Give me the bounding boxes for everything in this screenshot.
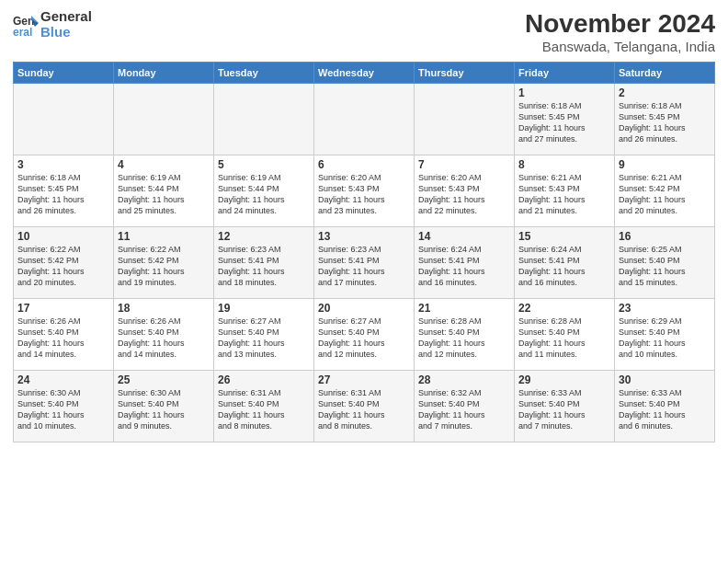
day-info: Sunrise: 6:30 AM Sunset: 5:40 PM Dayligh…	[118, 387, 210, 432]
calendar-cell	[114, 84, 214, 155]
calendar-cell: 18Sunrise: 6:26 AM Sunset: 5:40 PM Dayli…	[114, 299, 214, 371]
day-number: 20	[318, 302, 410, 315]
calendar-cell: 12Sunrise: 6:23 AM Sunset: 5:41 PM Dayli…	[214, 227, 314, 299]
day-number: 9	[619, 158, 711, 171]
calendar-cell: 1Sunrise: 6:18 AM Sunset: 5:45 PM Daylig…	[515, 84, 615, 155]
calendar-cell: 27Sunrise: 6:31 AM Sunset: 5:40 PM Dayli…	[314, 371, 415, 442]
calendar-cell: 17Sunrise: 6:26 AM Sunset: 5:40 PM Dayli…	[14, 299, 114, 371]
calendar-cell: 15Sunrise: 6:24 AM Sunset: 5:41 PM Dayli…	[515, 227, 615, 299]
day-number: 29	[518, 373, 610, 386]
day-number: 21	[418, 302, 510, 315]
header-row: Sunday Monday Tuesday Wednesday Thursday…	[14, 63, 715, 84]
day-info: Sunrise: 6:23 AM Sunset: 5:41 PM Dayligh…	[318, 244, 410, 289]
day-number: 26	[218, 373, 310, 386]
title-block: November 2024 Banswada, Telangana, India	[525, 9, 715, 54]
day-info: Sunrise: 6:20 AM Sunset: 5:43 PM Dayligh…	[418, 172, 510, 217]
calendar-cell: 13Sunrise: 6:23 AM Sunset: 5:41 PM Dayli…	[314, 227, 415, 299]
subtitle: Banswada, Telangana, India	[525, 39, 715, 54]
day-number: 25	[118, 373, 210, 386]
day-info: Sunrise: 6:25 AM Sunset: 5:40 PM Dayligh…	[619, 244, 711, 289]
calendar-cell: 3Sunrise: 6:18 AM Sunset: 5:45 PM Daylig…	[14, 155, 114, 227]
day-number: 3	[17, 158, 109, 171]
calendar-cell: 21Sunrise: 6:28 AM Sunset: 5:40 PM Dayli…	[415, 299, 515, 371]
week-row-0: 1Sunrise: 6:18 AM Sunset: 5:45 PM Daylig…	[14, 84, 715, 155]
calendar-cell	[214, 84, 314, 155]
day-number: 16	[619, 230, 711, 243]
day-info: Sunrise: 6:22 AM Sunset: 5:42 PM Dayligh…	[118, 244, 210, 289]
day-number: 27	[318, 373, 410, 386]
calendar-cell: 24Sunrise: 6:30 AM Sunset: 5:40 PM Dayli…	[14, 371, 114, 442]
day-info: Sunrise: 6:30 AM Sunset: 5:40 PM Dayligh…	[17, 387, 109, 432]
day-number: 8	[518, 158, 610, 171]
day-info: Sunrise: 6:33 AM Sunset: 5:40 PM Dayligh…	[518, 387, 610, 432]
day-number: 14	[418, 230, 510, 243]
calendar-cell: 8Sunrise: 6:21 AM Sunset: 5:43 PM Daylig…	[515, 155, 615, 227]
logo: Gen eral General Blue	[13, 9, 92, 40]
day-info: Sunrise: 6:21 AM Sunset: 5:43 PM Dayligh…	[518, 172, 610, 217]
day-number: 1	[518, 86, 610, 99]
header-saturday: Saturday	[615, 63, 715, 84]
day-number: 18	[118, 302, 210, 315]
day-info: Sunrise: 6:31 AM Sunset: 5:40 PM Dayligh…	[218, 387, 310, 432]
day-number: 28	[418, 373, 510, 386]
day-info: Sunrise: 6:22 AM Sunset: 5:42 PM Dayligh…	[17, 244, 109, 289]
calendar-cell: 4Sunrise: 6:19 AM Sunset: 5:44 PM Daylig…	[114, 155, 214, 227]
calendar-cell: 28Sunrise: 6:32 AM Sunset: 5:40 PM Dayli…	[415, 371, 515, 442]
calendar-cell: 19Sunrise: 6:27 AM Sunset: 5:40 PM Dayli…	[214, 299, 314, 371]
day-number: 13	[318, 230, 410, 243]
day-number: 30	[619, 373, 711, 386]
calendar-cell	[14, 84, 114, 155]
calendar-cell: 2Sunrise: 6:18 AM Sunset: 5:45 PM Daylig…	[615, 84, 715, 155]
day-number: 19	[218, 302, 310, 315]
day-number: 4	[118, 158, 210, 171]
day-info: Sunrise: 6:26 AM Sunset: 5:40 PM Dayligh…	[17, 316, 109, 361]
header-friday: Friday	[515, 63, 615, 84]
day-info: Sunrise: 6:26 AM Sunset: 5:40 PM Dayligh…	[118, 316, 210, 361]
calendar-cell	[314, 84, 415, 155]
day-info: Sunrise: 6:19 AM Sunset: 5:44 PM Dayligh…	[218, 172, 310, 217]
day-number: 12	[218, 230, 310, 243]
calendar-cell: 23Sunrise: 6:29 AM Sunset: 5:40 PM Dayli…	[615, 299, 715, 371]
day-info: Sunrise: 6:28 AM Sunset: 5:40 PM Dayligh…	[418, 316, 510, 361]
calendar-cell: 20Sunrise: 6:27 AM Sunset: 5:40 PM Dayli…	[314, 299, 415, 371]
main-title: November 2024	[525, 9, 715, 39]
day-number: 5	[218, 158, 310, 171]
week-row-3: 17Sunrise: 6:26 AM Sunset: 5:40 PM Dayli…	[14, 299, 715, 371]
day-number: 22	[518, 302, 610, 315]
day-info: Sunrise: 6:32 AM Sunset: 5:40 PM Dayligh…	[418, 387, 510, 432]
day-info: Sunrise: 6:19 AM Sunset: 5:44 PM Dayligh…	[118, 172, 210, 217]
day-info: Sunrise: 6:27 AM Sunset: 5:40 PM Dayligh…	[318, 316, 410, 361]
logo-text: General Blue	[40, 9, 92, 40]
header-tuesday: Tuesday	[214, 63, 314, 84]
calendar-cell: 29Sunrise: 6:33 AM Sunset: 5:40 PM Dayli…	[515, 371, 615, 442]
day-number: 2	[619, 86, 711, 99]
day-info: Sunrise: 6:27 AM Sunset: 5:40 PM Dayligh…	[218, 316, 310, 361]
calendar-cell	[415, 84, 515, 155]
day-info: Sunrise: 6:33 AM Sunset: 5:40 PM Dayligh…	[619, 387, 711, 432]
day-info: Sunrise: 6:18 AM Sunset: 5:45 PM Dayligh…	[518, 100, 610, 145]
day-info: Sunrise: 6:20 AM Sunset: 5:43 PM Dayligh…	[318, 172, 410, 217]
week-row-4: 24Sunrise: 6:30 AM Sunset: 5:40 PM Dayli…	[14, 371, 715, 442]
day-number: 10	[17, 230, 109, 243]
week-row-1: 3Sunrise: 6:18 AM Sunset: 5:45 PM Daylig…	[14, 155, 715, 227]
day-info: Sunrise: 6:24 AM Sunset: 5:41 PM Dayligh…	[518, 244, 610, 289]
day-number: 6	[318, 158, 410, 171]
day-info: Sunrise: 6:23 AM Sunset: 5:41 PM Dayligh…	[218, 244, 310, 289]
day-number: 11	[118, 230, 210, 243]
day-number: 17	[17, 302, 109, 315]
calendar-cell: 10Sunrise: 6:22 AM Sunset: 5:42 PM Dayli…	[14, 227, 114, 299]
header-monday: Monday	[114, 63, 214, 84]
day-number: 15	[518, 230, 610, 243]
day-info: Sunrise: 6:24 AM Sunset: 5:41 PM Dayligh…	[418, 244, 510, 289]
header-thursday: Thursday	[415, 63, 515, 84]
svg-text:eral: eral	[13, 26, 32, 38]
calendar-cell: 25Sunrise: 6:30 AM Sunset: 5:40 PM Dayli…	[114, 371, 214, 442]
calendar-cell: 6Sunrise: 6:20 AM Sunset: 5:43 PM Daylig…	[314, 155, 415, 227]
calendar-cell: 7Sunrise: 6:20 AM Sunset: 5:43 PM Daylig…	[415, 155, 515, 227]
calendar-table: Sunday Monday Tuesday Wednesday Thursday…	[13, 62, 715, 442]
day-info: Sunrise: 6:31 AM Sunset: 5:40 PM Dayligh…	[318, 387, 410, 432]
calendar-cell: 16Sunrise: 6:25 AM Sunset: 5:40 PM Dayli…	[615, 227, 715, 299]
day-info: Sunrise: 6:29 AM Sunset: 5:40 PM Dayligh…	[619, 316, 711, 361]
logo-icon: Gen eral	[13, 12, 39, 38]
calendar-cell: 14Sunrise: 6:24 AM Sunset: 5:41 PM Dayli…	[415, 227, 515, 299]
